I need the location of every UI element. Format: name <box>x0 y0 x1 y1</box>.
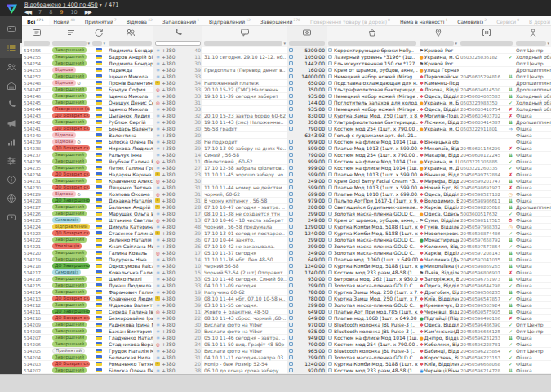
ttn-cell[interactable] <box>459 47 514 54</box>
price-cell[interactable]: 1290.00 <box>287 224 327 230</box>
ttn-cell[interactable]: 20450599752884✗ <box>459 172 514 178</box>
ttn-cell[interactable]: 20450597577864✓ <box>459 243 514 250</box>
comment-cell[interactable]: 04.10 11-11 сегодня-завтра 03.. <box>202 354 287 361</box>
status-badge[interactable]: Відмова <box>52 80 76 86</box>
filter-input-product[interactable] <box>328 41 416 46</box>
price-cell[interactable]: 649.00 <box>287 256 327 263</box>
product-cell[interactable]: Поглотитель запахов для холод.. <box>327 100 418 106</box>
status-badge[interactable]: Відмова <box>52 191 76 197</box>
status-badge[interactable]: Завершений <box>52 74 87 79</box>
phone-cell[interactable]: ic+38034 <box>153 80 202 87</box>
customer-name[interactable]: Ниркова Людмила <box>107 145 153 152</box>
price-cell[interactable]: 935.00 <box>287 106 327 113</box>
price-cell[interactable]: 249.00 <box>287 250 327 256</box>
price-cell[interactable]: 790.00 <box>287 126 327 132</box>
price-cell[interactable]: 790.00 <box>287 341 327 348</box>
filter-input-ttn[interactable] <box>460 41 513 46</box>
status-badge[interactable]: Завершений <box>52 119 87 125</box>
ttn-cell[interactable]: 5003600517632✓ <box>459 211 514 217</box>
customer-name[interactable]: Марущак Ольга Ива.. <box>107 211 153 217</box>
ttn-cell[interactable]: 0503226036182✓ <box>459 54 514 60</box>
phone-cell[interactable]: ✳+38033 <box>153 106 202 113</box>
status-badge[interactable]: Завершений <box>52 354 87 360</box>
product-cell[interactable]: Ультрафиолетовая бактерицид.. <box>327 119 418 126</box>
status-badge[interactable]: Завершений <box>52 93 87 99</box>
filter-input-id[interactable] <box>24 41 50 46</box>
status-badge[interactable]: Відправлений <box>52 224 90 229</box>
ttn-cell[interactable]: 20450596644298✓ <box>459 283 514 289</box>
customer-name[interactable]: Фаранович Галина <box>107 289 153 296</box>
price-cell[interactable]: 5209.00 <box>287 47 327 54</box>
column-header-comment[interactable] <box>202 26 287 39</box>
filter-input-price[interactable] <box>289 41 325 46</box>
comment-cell[interactable]: 05.10 11-50 вид. Графіт 48-50р <box>202 341 287 348</box>
phone-cell[interactable]: ◎+38030 <box>153 178 202 185</box>
comment-cell[interactable]: 05.10 11-37 сегодня <box>202 250 287 256</box>
phone-cell[interactable]: ✳+38030 <box>153 60 202 67</box>
comment-cell[interactable] <box>202 47 287 54</box>
phone-cell[interactable]: ✳+38039 <box>153 145 202 152</box>
price-cell[interactable]: 780.00 <box>287 296 327 302</box>
comment-cell[interactable]: Вислати фото на Viber <box>202 322 287 328</box>
price-cell[interactable]: 790.00 <box>287 152 327 158</box>
phone-cell[interactable]: ✳+38031 <box>153 354 202 361</box>
comment-cell[interactable] <box>202 74 287 80</box>
ttn-cell[interactable]: 20450596806901✗ <box>459 270 514 276</box>
ttn-cell[interactable] <box>459 60 514 67</box>
product-cell[interactable]: Bluetooth колонка JBL Pulse-3 (.. <box>327 348 418 354</box>
ttn-cell[interactable]: 20450596566235⇊ <box>459 289 514 296</box>
phone-cell[interactable]: ✳+38039 <box>153 67 202 74</box>
comment-cell[interactable]: 20.10 15-22 (СМС) Наложенн.. <box>202 87 287 93</box>
ttn-cell[interactable] <box>459 80 514 87</box>
filter-input-status[interactable] <box>52 41 87 46</box>
sidebar-item-orders[interactable] <box>0 39 22 58</box>
ttn-cell[interactable]: 20450597208143⇊ <box>459 250 514 256</box>
comment-cell[interactable]: Чорний 52-54 (2 шт) Отправит.. <box>202 270 287 276</box>
customer-name[interactable]: Валентина <box>107 132 153 139</box>
product-cell[interactable]: Золотая маска-пленка GOLD C.. <box>327 243 418 250</box>
ttn-cell[interactable]: 20450598986611⇊ <box>459 198 514 204</box>
phone-cell[interactable]: ✳+38030 <box>153 322 202 328</box>
price-cell[interactable]: 1240.00 <box>287 230 327 237</box>
status-badge[interactable]: Утилізація <box>52 243 82 249</box>
status-badge[interactable]: Завершений <box>52 289 87 295</box>
status-badge[interactable]: ДО Возврат ск.. <box>52 185 90 190</box>
status-badge[interactable]: Завершений <box>52 47 87 53</box>
price-cell[interactable]: 14000.00 <box>287 74 327 80</box>
ttn-cell[interactable]: 20450596547857✓ <box>459 296 514 302</box>
phone-cell[interactable]: ✳+38036 <box>153 243 202 250</box>
customer-name[interactable]: Белинская Нила <box>107 354 153 361</box>
ttn-cell[interactable]: 20450601146299✗ <box>459 145 514 152</box>
comment-cell[interactable]: 05.10 11-48 сегодня. Синий 60.. <box>202 276 287 283</box>
product-cell[interactable]: Пальто АртПри 1617-1 (1шт. х 9.. <box>327 198 418 204</box>
status-badge[interactable]: ДО Завершено <box>52 263 90 269</box>
comment-cell[interactable]: Черний 56-58 <box>202 263 287 270</box>
customer-name[interactable]: Надарян Карина Гв.. <box>107 172 153 178</box>
ttn-cell[interactable]: 20450598527102◷ <box>459 191 514 198</box>
phone-cell[interactable]: ◎+38031 <box>153 191 202 198</box>
filter-dropdown-icon[interactable]: ▾ <box>103 41 105 46</box>
price-cell[interactable]: 160.00 <box>287 67 327 74</box>
ttn-cell[interactable]: 20450596666125✓ <box>459 328 514 335</box>
ttn-cell[interactable]: 20450604065583⇊ <box>459 93 514 100</box>
price-cell[interactable]: 999.00 <box>287 165 327 172</box>
first-page-button[interactable]: ◀◀ <box>24 9 31 16</box>
filter-input-phone[interactable] <box>155 41 201 46</box>
product-cell[interactable]: Платье Мод 1013 (1шт. х 599.00.. <box>327 145 418 152</box>
status-badge[interactable]: Завершений <box>52 302 87 308</box>
filter-input-flag[interactable] <box>92 41 102 46</box>
customer-name[interactable]: Надежда <box>107 67 153 74</box>
phone-cell[interactable]: ✳+38022 <box>153 315 202 322</box>
product-cell[interactable]: Платье мод.1060 (1шт. х 649.00 .. <box>327 315 418 322</box>
product-cell[interactable]: Светящийся будильник-хамеле.. <box>327 204 418 211</box>
phone-cell[interactable]: ✳+38033 <box>153 276 202 283</box>
phone-cell[interactable]: ✳+38010 <box>153 263 202 270</box>
customer-name[interactable]: Стасенко Галина Ви.. <box>107 230 153 237</box>
phone-cell[interactable]: ✳+38030 <box>153 328 202 335</box>
customer-name[interactable]: Шейко Неллі <box>107 276 153 283</box>
ttn-cell[interactable]: 20450596231233⇊ <box>459 335 514 341</box>
product-cell[interactable]: Гольф с ґудзиками арт. dol. 21.. <box>327 132 418 139</box>
phone-cell[interactable]: ✳+38030 <box>153 119 202 126</box>
column-header-phone[interactable] <box>153 26 202 39</box>
customer-name[interactable]: Бондарь Валентина.. <box>107 126 153 132</box>
